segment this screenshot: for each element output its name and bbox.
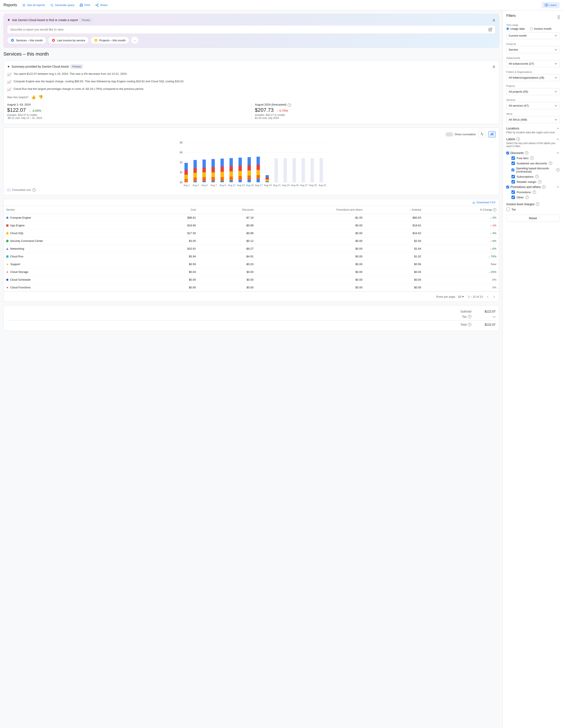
quick-report-invoice[interactable]: Last invoice by service [48, 37, 89, 44]
thumbs-up-button[interactable]: 👍 [31, 95, 36, 100]
services-select[interactable]: All services (47) [506, 102, 560, 109]
gemini-input-container [7, 25, 496, 34]
reseller-help[interactable]: ? [538, 180, 541, 184]
total-help-icon[interactable]: ? [468, 323, 471, 326]
table-row: ★ Support $0.59 -$0.03 $0.00 $0.56 New [4, 260, 499, 268]
other-help[interactable]: ? [526, 196, 529, 199]
tax-help-icon[interactable]: ? [468, 315, 471, 318]
promotions-cell: $0.00 [256, 268, 365, 276]
learn-link[interactable]: Learn [542, 2, 560, 8]
change-help-icon[interactable]: ? [493, 208, 496, 212]
folders-filter: Folders & Organizations All folders/orga… [506, 71, 560, 81]
svg-text:Aug 5: Aug 5 [201, 184, 208, 187]
sustained-checkbox[interactable] [512, 162, 515, 165]
toggle-switch[interactable] [446, 132, 453, 137]
see-all-reports-link[interactable]: See all reports [22, 3, 45, 7]
summary-gemini-icon: ✦ [7, 65, 10, 69]
svg-rect-44 [211, 172, 215, 177]
summary-title: ✦ Summary provided by Gemini Cloud Assis… [7, 65, 83, 69]
show-cumulative-toggle[interactable]: Show cumulative [446, 132, 476, 137]
tax-checkbox[interactable] [506, 208, 510, 211]
projects-select[interactable]: All projects (55) [506, 88, 560, 95]
usage-date-option[interactable]: Usage date [506, 27, 525, 30]
labels-help-icon[interactable]: ? [516, 137, 520, 141]
locations-section: Locations Filter by location data like r… [506, 127, 560, 134]
reset-button[interactable]: Reset [506, 215, 560, 222]
gemini-collapse-button[interactable]: ∧ [492, 17, 496, 23]
bar-chart-button[interactable] [488, 131, 496, 137]
locations-header[interactable]: Locations [506, 127, 560, 130]
next-page-button[interactable]: › [493, 294, 496, 299]
service-name-cell: ★ Support [4, 260, 150, 268]
chart-area: Show cumulative $8 $6 $4 $2 $0 [3, 128, 499, 195]
gemini-text-input[interactable] [10, 28, 488, 31]
promotions-help[interactable]: ? [542, 185, 546, 189]
table-row: Cloud Scheduler $0.00 $0.00 $0.00 $0.00 … [4, 276, 499, 284]
gemini-preview-badge: Preview [80, 18, 92, 22]
svg-point-3 [51, 4, 53, 6]
subtotal-cell: $0.00 [365, 276, 424, 284]
svg-rect-70 [284, 158, 287, 182]
spending-checkbox[interactable] [512, 168, 514, 172]
generate-query-link[interactable]: Generate query [50, 3, 74, 7]
subscriptions-help[interactable]: ? [535, 175, 539, 178]
usage-date-radio[interactable] [506, 27, 509, 30]
current-month-select[interactable]: Current month [506, 32, 560, 39]
skus-select[interactable]: All SKUs (408) [506, 116, 560, 123]
tax-row: Tax ? — [7, 314, 496, 319]
discounts-checkbox[interactable] [506, 152, 509, 154]
promotions-checkbox[interactable] [512, 190, 515, 194]
promotions-section: Promotions and others ? Promotions ? Oth… [506, 185, 560, 199]
arrow-down-icon: ↓ [29, 109, 31, 112]
forecasted-cost-help[interactable]: ? [32, 188, 36, 192]
folders-select[interactable]: All folders/organizations (28) [506, 74, 560, 81]
promotions-item-help[interactable]: ? [533, 190, 536, 194]
summary-collapse-button[interactable]: ∧ [492, 64, 496, 69]
share-link[interactable]: Share [95, 3, 107, 7]
thumbs-down-button[interactable]: 👎 [38, 95, 43, 100]
reseller-checkbox[interactable] [512, 180, 515, 184]
invoice-month-radio[interactable] [530, 27, 533, 30]
svg-rect-72 [302, 158, 305, 182]
sustained-help[interactable]: ? [549, 162, 552, 165]
time-range-label: Time range [506, 24, 560, 26]
rows-per-page-select[interactable]: 10 25 50 [457, 295, 465, 299]
svg-line-9 [97, 5, 98, 6]
subscriptions-checkbox[interactable] [512, 175, 515, 178]
table-row: ★ Cloud Functions $0.00 $0.00 $0.00 $0.0… [4, 284, 499, 291]
sidebar-expand-button[interactable]: › [558, 15, 560, 19]
download-csv-button[interactable]: Download CSV [472, 201, 496, 204]
filters-title: Filters [506, 14, 516, 18]
quick-reports-next-button[interactable]: › [131, 36, 139, 44]
current-change: ↓ -4.09% [29, 109, 41, 112]
prev-page-button[interactable]: ‹ [486, 294, 489, 299]
content-area: ✦ Ask Gemini Cloud Assist to find or cre… [0, 10, 503, 728]
print-link[interactable]: Print [79, 3, 90, 7]
svg-point-7 [96, 5, 97, 6]
free-tiers-help[interactable]: ? [530, 156, 534, 160]
promotions-others-checkbox[interactable] [506, 186, 509, 188]
skus-filter: SKUs All SKUs (408) [506, 113, 560, 123]
labels-header[interactable]: Labels ? [506, 137, 560, 141]
invoice-charges-help[interactable]: ? [536, 202, 539, 206]
forecasted-help-icon[interactable]: ? [288, 103, 291, 107]
other-checkbox[interactable] [512, 196, 515, 199]
subaccounts-select[interactable]: All subaccounts (27) [506, 60, 560, 67]
quick-report-projects[interactable]: Projects – this month [90, 37, 129, 44]
group-by-label: Group by [506, 43, 560, 45]
svg-text:$6: $6 [180, 151, 183, 154]
quick-report-services[interactable]: Services – this month [7, 37, 46, 44]
discounts-cell: -$4.91 [198, 253, 256, 260]
svg-rect-19 [493, 133, 493, 135]
spending-help[interactable]: ? [556, 168, 560, 172]
credits-header: Discounts ? [506, 151, 560, 155]
line-chart-button[interactable] [478, 131, 486, 137]
invoice-month-option[interactable]: Invoice month [530, 27, 552, 30]
free-tiers-item: Free tiers ? [512, 156, 560, 160]
sort-icon: ↓ [410, 208, 411, 211]
promotions-chevron-up-icon [556, 185, 560, 189]
free-tiers-checkbox[interactable] [512, 156, 515, 160]
group-by-select[interactable]: Service [506, 46, 560, 53]
svg-point-12 [12, 40, 13, 41]
discounts-help-icon[interactable]: ? [525, 151, 528, 155]
